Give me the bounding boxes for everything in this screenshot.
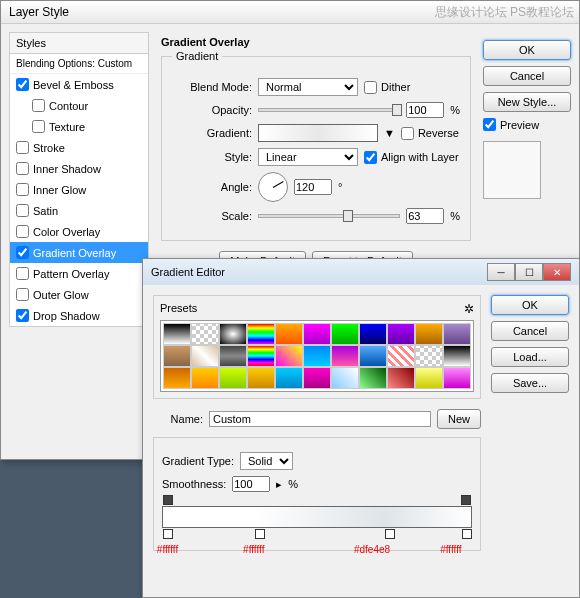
preset-swatch[interactable] (191, 323, 219, 345)
preset-swatch[interactable] (219, 323, 247, 345)
style-item-stroke[interactable]: Stroke (10, 137, 148, 158)
reverse-checkbox[interactable] (401, 127, 414, 140)
blend-mode-select[interactable]: Normal (258, 78, 358, 96)
style-checkbox[interactable] (16, 78, 29, 91)
style-checkbox[interactable] (16, 309, 29, 322)
preset-swatch[interactable] (415, 323, 443, 345)
minimize-icon[interactable]: ─ (487, 263, 515, 281)
preset-swatch[interactable] (163, 367, 191, 389)
style-item-gradient-overlay[interactable]: Gradient Overlay (10, 242, 148, 263)
preset-swatch[interactable] (275, 367, 303, 389)
style-item-inner-shadow[interactable]: Inner Shadow (10, 158, 148, 179)
new-gradient-button[interactable]: New (437, 409, 481, 429)
preset-swatch[interactable] (331, 345, 359, 367)
preset-swatch[interactable] (331, 367, 359, 389)
style-checkbox[interactable] (16, 204, 29, 217)
preset-swatch[interactable] (219, 345, 247, 367)
preset-swatch[interactable] (163, 345, 191, 367)
preset-swatch[interactable] (387, 323, 415, 345)
preset-swatch[interactable] (331, 323, 359, 345)
align-checkbox[interactable] (364, 151, 377, 164)
preset-swatch[interactable] (415, 367, 443, 389)
style-select[interactable]: Linear (258, 148, 358, 166)
gear-icon[interactable]: ✲ (464, 302, 474, 316)
style-item-contour[interactable]: Contour (10, 95, 148, 116)
gradient-name-input[interactable] (209, 411, 431, 427)
style-checkbox[interactable] (16, 246, 29, 259)
preset-swatch[interactable] (443, 323, 471, 345)
gradient-type-label: Gradient Type: (162, 455, 234, 467)
preset-swatch[interactable] (387, 367, 415, 389)
scale-input[interactable] (406, 208, 444, 224)
preset-swatch[interactable] (247, 367, 275, 389)
blending-options-item[interactable]: Blending Options: Custom (10, 54, 148, 74)
style-checkbox[interactable] (16, 267, 29, 280)
opacity-input[interactable] (406, 102, 444, 118)
scale-slider[interactable] (258, 214, 400, 218)
preset-swatch[interactable] (191, 345, 219, 367)
preset-swatch[interactable] (275, 323, 303, 345)
preset-swatch[interactable] (191, 367, 219, 389)
preset-swatch-grid (160, 320, 474, 392)
preset-swatch[interactable] (303, 323, 331, 345)
ok-button[interactable]: OK (483, 40, 571, 60)
preset-swatch[interactable] (163, 323, 191, 345)
angle-dial[interactable] (258, 172, 288, 202)
style-checkbox[interactable] (16, 141, 29, 154)
stop-hex-label: #ffffff (243, 544, 264, 555)
gradient-editor-titlebar[interactable]: Gradient Editor ─ ☐ ✕ (143, 259, 579, 285)
style-checkbox[interactable] (16, 288, 29, 301)
style-item-texture[interactable]: Texture (10, 116, 148, 137)
preset-swatch[interactable] (359, 323, 387, 345)
opacity-stop[interactable] (163, 495, 173, 505)
preset-swatch[interactable] (415, 345, 443, 367)
styles-header[interactable]: Styles (10, 33, 148, 54)
style-checkbox[interactable] (16, 225, 29, 238)
style-item-outer-glow[interactable]: Outer Glow (10, 284, 148, 305)
close-icon[interactable]: ✕ (543, 263, 571, 281)
gradient-picker[interactable] (258, 124, 378, 142)
style-checkbox[interactable] (16, 183, 29, 196)
style-item-drop-shadow[interactable]: Drop Shadow (10, 305, 148, 326)
preset-swatch[interactable] (275, 345, 303, 367)
preset-swatch[interactable] (387, 345, 415, 367)
new-style-button[interactable]: New Style... (483, 92, 571, 112)
ge-save-button[interactable]: Save... (491, 373, 569, 393)
ge-ok-button[interactable]: OK (491, 295, 569, 315)
opacity-stop[interactable] (461, 495, 471, 505)
preset-swatch[interactable] (303, 367, 331, 389)
style-item-satin[interactable]: Satin (10, 200, 148, 221)
preset-swatch[interactable] (443, 367, 471, 389)
preset-swatch[interactable] (303, 345, 331, 367)
color-stop[interactable] (255, 529, 265, 539)
gradient-type-select[interactable]: Solid (240, 452, 293, 470)
color-stop[interactable] (163, 529, 173, 539)
style-item-color-overlay[interactable]: Color Overlay (10, 221, 148, 242)
opacity-slider[interactable] (258, 108, 400, 112)
preset-swatch[interactable] (219, 367, 247, 389)
angle-input[interactable] (294, 179, 332, 195)
preset-swatch[interactable] (443, 345, 471, 367)
preset-swatch[interactable] (247, 323, 275, 345)
style-checkbox[interactable] (32, 99, 45, 112)
style-item-pattern-overlay[interactable]: Pattern Overlay (10, 263, 148, 284)
color-stop[interactable] (462, 529, 472, 539)
smoothness-input[interactable] (232, 476, 270, 492)
preset-swatch[interactable] (359, 345, 387, 367)
dropdown-icon[interactable]: ▼ (384, 127, 395, 139)
preview-checkbox[interactable] (483, 118, 496, 131)
maximize-icon[interactable]: ☐ (515, 263, 543, 281)
color-stop[interactable] (385, 529, 395, 539)
dropdown-icon[interactable]: ▸ (276, 478, 282, 491)
gradient-bar[interactable]: #ffffff #ffffff #dfe4e8 #ffffff (162, 506, 472, 528)
cancel-button[interactable]: Cancel (483, 66, 571, 86)
dither-checkbox[interactable] (364, 81, 377, 94)
style-item-inner-glow[interactable]: Inner Glow (10, 179, 148, 200)
style-item-bevel-emboss[interactable]: Bevel & Emboss (10, 74, 148, 95)
style-checkbox[interactable] (32, 120, 45, 133)
preset-swatch[interactable] (247, 345, 275, 367)
style-checkbox[interactable] (16, 162, 29, 175)
ge-cancel-button[interactable]: Cancel (491, 321, 569, 341)
preset-swatch[interactable] (359, 367, 387, 389)
ge-load-button[interactable]: Load... (491, 347, 569, 367)
